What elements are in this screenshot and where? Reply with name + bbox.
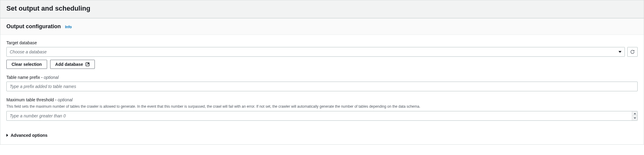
clear-selection-label: Clear selection [12, 62, 42, 67]
target-database-label: Target database [6, 40, 638, 45]
target-database-select[interactable]: Choose a database [6, 47, 625, 57]
panel-body: Target database Choose a database [0, 35, 644, 144]
info-link[interactable]: Info [65, 25, 72, 29]
max-threshold-label-text: Maximum table threshold - [6, 97, 58, 102]
page-header: Set output and scheduling [0, 0, 644, 18]
spinner-down-button[interactable] [632, 116, 637, 120]
chevron-up-icon [634, 113, 636, 114]
page-title: Set output and scheduling [6, 5, 638, 12]
caret-down-icon [618, 51, 622, 53]
table-prefix-label-text: Table name prefix - [6, 75, 44, 80]
add-database-button[interactable]: Add database [50, 60, 95, 69]
table-prefix-optional: optional [44, 75, 59, 80]
target-database-placeholder: Choose a database [10, 49, 46, 54]
max-threshold-field: Maximum table threshold - optional This … [6, 97, 638, 121]
output-configuration-panel: Output configuration Info Target databas… [0, 18, 644, 145]
advanced-options-toggle[interactable]: Advanced options [6, 133, 47, 138]
external-link-icon [85, 62, 90, 66]
add-database-label: Add database [55, 62, 83, 67]
number-spinner [632, 111, 637, 120]
spinner-up-button[interactable] [632, 111, 637, 116]
table-prefix-field: Table name prefix - optional [6, 75, 638, 91]
refresh-icon [630, 49, 635, 54]
max-threshold-help: This field sets the maximum number of ta… [6, 104, 638, 109]
max-threshold-label: Maximum table threshold - optional [6, 97, 638, 102]
advanced-options-label: Advanced options [11, 133, 47, 138]
target-database-field: Target database Choose a database [6, 40, 638, 69]
panel-header: Output configuration Info [0, 19, 644, 35]
caret-right-icon [6, 134, 8, 137]
table-prefix-label: Table name prefix - optional [6, 75, 638, 80]
clear-selection-button[interactable]: Clear selection [6, 60, 47, 69]
max-threshold-input[interactable] [6, 111, 638, 121]
panel-title: Output configuration [6, 23, 61, 30]
chevron-down-icon [634, 117, 636, 119]
refresh-button[interactable] [627, 47, 638, 57]
max-threshold-optional: optional [58, 97, 73, 102]
table-prefix-input[interactable] [6, 82, 638, 91]
